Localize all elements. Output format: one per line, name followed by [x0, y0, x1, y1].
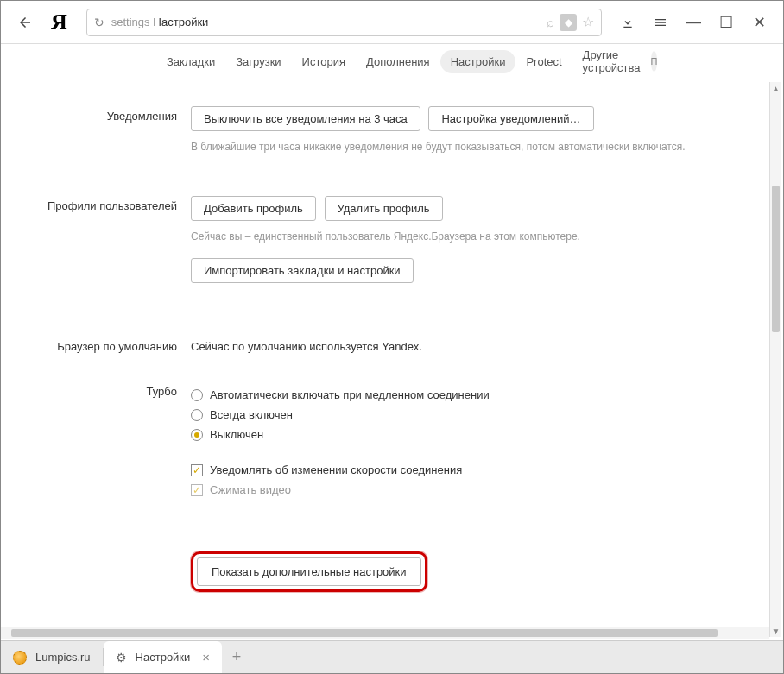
radio-icon: [191, 409, 203, 421]
horizontal-scrollbar[interactable]: [1, 627, 769, 639]
settings-nav: Закладки Загрузки История Дополнения Нас…: [1, 44, 783, 79]
tab-lumpics[interactable]: Lumpics.ru: [1, 641, 103, 673]
settings-content: Уведомления Выключить все уведомления на…: [1, 80, 783, 639]
nav-protect[interactable]: Protect: [515, 50, 572, 73]
radio-icon-checked: [191, 429, 203, 441]
minimize-icon: —: [686, 13, 701, 31]
back-button[interactable]: [11, 9, 39, 36]
browser-tabbar: Lumpics.ru ⚙ Настройки × +: [1, 640, 783, 673]
tab-title: Lumpics.ru: [35, 651, 91, 664]
scroll-up-arrow-icon[interactable]: ▲: [770, 82, 781, 94]
turbo-opt-always-label: Всегда включен: [210, 408, 293, 421]
browser-toolbar: Я ↻ settings Настройки ⌕ ◆ ☆ — ☐ ✕: [1, 1, 783, 44]
address-title: Настройки: [154, 16, 209, 28]
turbo-radio-always[interactable]: Всегда включен: [191, 408, 749, 421]
turbo-radio-auto[interactable]: Автоматически включать при медленном сое…: [191, 388, 749, 401]
turbo-opt-off-label: Выключен: [210, 428, 263, 441]
close-icon: ✕: [753, 13, 766, 32]
checkbox-icon-disabled: [191, 484, 203, 496]
radio-icon: [191, 389, 203, 401]
scrollbar-thumb[interactable]: [772, 186, 780, 332]
gear-icon: ⚙: [116, 651, 127, 665]
tab-title: Настройки: [136, 651, 191, 664]
import-bookmarks-button[interactable]: Импортировать закладки и настройки: [191, 258, 414, 283]
window-maximize[interactable]: ☐: [712, 9, 740, 36]
turbo-check-compress: Сжимать видео: [191, 483, 749, 496]
turbo-radio-off[interactable]: Выключен: [191, 428, 749, 441]
shield-icon[interactable]: ◆: [560, 14, 577, 31]
turbo-check-notify[interactable]: Уведомлять об изменении скорости соедине…: [191, 463, 749, 476]
plus-icon: +: [232, 648, 242, 666]
address-prefix: settings: [111, 16, 150, 28]
vertical-scrollbar[interactable]: ▲ ▼: [769, 82, 781, 637]
scroll-down-arrow-icon[interactable]: ▼: [770, 625, 781, 637]
annotation-highlight: Показать дополнительные настройки: [191, 551, 427, 592]
download-icon: [621, 16, 635, 29]
bookmark-star-icon[interactable]: ☆: [582, 14, 594, 30]
menu-button[interactable]: [647, 9, 674, 36]
favicon-icon: [13, 651, 27, 665]
nav-bookmarks[interactable]: Закладки: [156, 50, 225, 73]
add-profile-button[interactable]: Добавить профиль: [191, 196, 316, 221]
scrollbar-thumb[interactable]: [11, 629, 718, 637]
remove-profile-button[interactable]: Удалить профиль: [325, 196, 443, 221]
section-label-profiles: Профили пользователей: [35, 196, 191, 288]
window-close[interactable]: ✕: [745, 9, 773, 36]
browser-logo: Я: [51, 9, 67, 35]
maximize-icon: ☐: [719, 13, 733, 32]
hamburger-icon: [654, 16, 667, 29]
arrow-left-icon: [17, 15, 33, 30]
search-icon[interactable]: ⌕: [547, 15, 554, 29]
tab-settings[interactable]: ⚙ Настройки ×: [104, 641, 223, 673]
profiles-hint: Сейчас вы – единственный пользователь Ян…: [191, 230, 749, 244]
checkbox-icon-checked: [191, 464, 203, 476]
section-label-notifications: Уведомления: [35, 106, 191, 168]
section-label-turbo: Турбо: [35, 381, 191, 503]
nav-settings[interactable]: Настройки: [440, 50, 516, 73]
address-bar[interactable]: ↻ settings Настройки ⌕ ◆ ☆: [86, 9, 602, 36]
notifications-hint: В ближайшие три часа никакие уведомления…: [191, 140, 749, 154]
address-bar-right: ⌕ ◆ ☆: [547, 14, 594, 31]
reload-icon[interactable]: ↻: [94, 16, 104, 29]
window-minimize[interactable]: —: [680, 9, 707, 36]
downloads-button[interactable]: [614, 9, 642, 36]
nav-downloads[interactable]: Загрузки: [225, 50, 291, 73]
turbo-check-notify-label: Уведомлять об изменении скорости соедине…: [210, 463, 462, 476]
turbo-check-compress-label: Сжимать видео: [210, 483, 291, 496]
default-browser-text: Сейчас по умолчанию используется Yandex.: [191, 337, 749, 353]
turbo-opt-auto-label: Автоматически включать при медленном сое…: [210, 388, 490, 401]
notification-settings-button[interactable]: Настройка уведомлений…: [428, 106, 593, 131]
tab-close-icon[interactable]: ×: [202, 650, 210, 665]
section-label-default-browser: Браузер по умолчанию: [35, 337, 191, 355]
nav-overflow-badge[interactable]: П: [651, 51, 658, 72]
disable-notifications-button[interactable]: Выключить все уведомления на 3 часа: [191, 106, 420, 131]
new-tab-button[interactable]: +: [222, 641, 251, 673]
nav-history[interactable]: История: [292, 50, 356, 73]
show-advanced-settings-button[interactable]: Показать дополнительные настройки: [197, 557, 421, 586]
nav-addons[interactable]: Дополнения: [356, 50, 440, 73]
nav-other-devices[interactable]: Другие устройства: [572, 43, 651, 79]
